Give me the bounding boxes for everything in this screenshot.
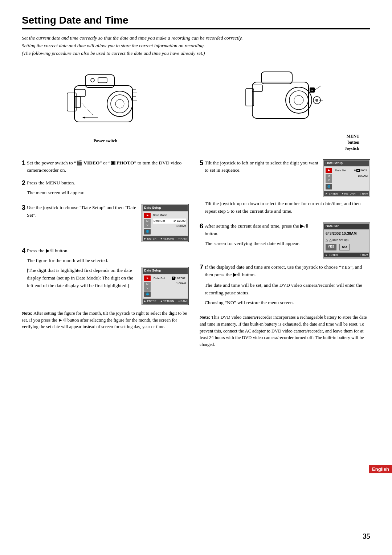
- lcd6-title: Date Set: [324, 224, 369, 229]
- step-4-number: 4: [22, 247, 25, 255]
- steps-right-col: 5 Tilt the joystick to left or right to …: [196, 159, 370, 351]
- step-6-content: After setting the current date and time,…: [205, 223, 370, 258]
- page-title: Setting Date and Time: [22, 15, 370, 29]
- svg-point-27: [315, 99, 318, 102]
- lcd3-datemode: Date Mode: [153, 213, 186, 218]
- step-5-sub: Tilt the joystick up or down to select t…: [205, 200, 370, 215]
- step-5-screen: Date Setup ▶ MV 🌐 Date Set: [323, 159, 370, 197]
- camera-diagram-left: Power switch: [22, 64, 189, 143]
- step-4-content: Press the ▶/Ⅱ button. The figure for the…: [27, 247, 189, 305]
- lcd3-title: Date Setup: [143, 205, 188, 211]
- diagram-row: Power switch M MENU: [22, 64, 370, 152]
- camera-diagram-right: M MENU button Joystick: [203, 64, 370, 152]
- intro-text: Set the current date and time correctly …: [22, 34, 370, 57]
- camera-left-svg: [64, 64, 147, 136]
- lcd6-no: NO: [339, 244, 350, 250]
- lcd5-dateset-label: Date Set: [335, 168, 346, 173]
- step-3-text: Use the joystick to choose “Date Setup” …: [27, 204, 138, 219]
- lcd4-time: 1:00AM: [153, 281, 186, 286]
- step-5-number: 5: [200, 159, 203, 167]
- step-3: 3 Use the joystick to choose “Date Setup…: [22, 204, 189, 242]
- svg-marker-16: [82, 117, 85, 119]
- step-7-sub1: The date and time will be set, and the D…: [205, 282, 370, 297]
- steps-container: 1 Set the power switch to “🎬 VIDEO” or “…: [22, 159, 370, 351]
- menu-button-labels: MENU button Joystick: [345, 133, 359, 152]
- bottom-note: Note: This DVD video camera/recorder inc…: [200, 314, 370, 348]
- svg-point-19: [289, 91, 308, 110]
- step-6-screen: Date Set 6/ 3/2002 10:30AM △△Date set up…: [323, 223, 370, 258]
- step-6-number: 6: [200, 223, 203, 230]
- svg-rect-10: [98, 78, 107, 83]
- step-2: 2 Press the MENU button. The menu screen…: [22, 179, 189, 199]
- steps-left-col: 1 Set the power switch to “🎬 VIDEO” or “…: [22, 159, 196, 351]
- svg-point-9: [91, 78, 94, 82]
- camera-right-svg: M: [245, 64, 328, 131]
- english-badge: English: [369, 465, 392, 473]
- step-1-number: 1: [22, 159, 25, 167]
- step-2-content: Press the MENU button. The menu screen w…: [27, 179, 189, 199]
- step-3-number: 3: [22, 204, 25, 212]
- step-7-number: 7: [200, 264, 203, 272]
- svg-line-28: [315, 86, 321, 90]
- svg-point-3: [115, 99, 124, 108]
- svg-line-7: [81, 102, 93, 115]
- step-5: 5 Tilt the joystick to left or right to …: [200, 159, 370, 218]
- svg-point-2: [111, 95, 129, 113]
- step-3-content: Use the joystick to choose “Date Setup” …: [27, 204, 189, 242]
- lcd4-dateset-label: Date Set: [154, 276, 165, 281]
- step-6-text: After setting the current date and time,…: [205, 223, 319, 250]
- lcd6-date: 6/ 3/2002 10:30AM: [326, 231, 368, 237]
- step-7-sub2: Choosing “NO” will restore the menu scre…: [205, 299, 370, 307]
- step-5-text: Tilt the joystick to left or right to se…: [205, 159, 319, 177]
- lcd6-yes: YES: [326, 244, 336, 250]
- lcd3-dateset-label: Date Set: [154, 219, 165, 223]
- lcd5-time: 1:00AM: [334, 174, 368, 178]
- step-7: 7 If the displayed date and time are cor…: [200, 264, 370, 309]
- step-3-screen: Date Setup ▶ MV 🌐 Date Mode: [142, 204, 189, 242]
- lcd5-title: Date Setup: [324, 160, 369, 166]
- step-4-detail-text: [The digit that is highlighted first dep…: [27, 267, 138, 290]
- lcd4-date-highlight: 8: [172, 277, 175, 280]
- step-1-content: Set the power switch to “🎬 VIDEO” or “▣ …: [27, 159, 189, 175]
- svg-point-20: [294, 95, 303, 105]
- lcd6-question: △△Date set up?: [326, 238, 368, 242]
- step-5-content: Tilt the joystick to left or right to se…: [205, 159, 370, 218]
- step-4: 4 Press the ▶/Ⅱ button. The figure for t…: [22, 247, 189, 305]
- lcd3-date-value: 1/ 1/2002: [173, 219, 185, 223]
- svg-point-18: [286, 87, 312, 113]
- step-1: 1 Set the power switch to “🎬 VIDEO” or “…: [22, 159, 189, 175]
- lcd4-title: Date Setup: [143, 268, 188, 274]
- lcd3-time: 1:00AM: [153, 224, 186, 228]
- svg-text:M: M: [311, 89, 313, 91]
- step-4-screen: Date Setup ▶ MV 🌐 Date Set: [142, 267, 189, 305]
- lcd4-date-rest: / 1/2002: [175, 277, 185, 280]
- step-7-content: If the displayed date and time are corre…: [205, 264, 370, 309]
- svg-rect-0: [74, 86, 132, 122]
- step-2-number: 2: [22, 179, 25, 187]
- power-switch-label: Power switch: [94, 139, 117, 143]
- step-6: 6 After setting the current date and tim…: [200, 223, 370, 258]
- page-number: 35: [363, 532, 370, 540]
- step-4-note: Note: After setting the figure for the m…: [22, 310, 189, 330]
